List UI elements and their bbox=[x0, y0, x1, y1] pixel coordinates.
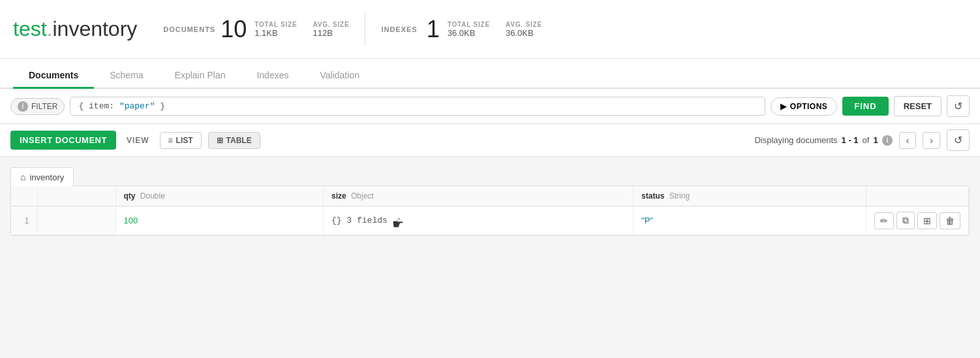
cursor-hand-icon: ☛ bbox=[392, 216, 404, 232]
actions-header bbox=[866, 186, 969, 206]
docs-total-size-label: TOTAL SIZE bbox=[254, 21, 297, 28]
idx-avg-size-label: AVG. SIZE bbox=[506, 21, 542, 28]
documents-label: DOCUMENTS bbox=[163, 25, 215, 33]
qty-cell: 100 bbox=[115, 206, 323, 235]
table-header-row: qty Double size Object status String bbox=[11, 186, 969, 206]
status-field-type: String bbox=[669, 191, 690, 201]
documents-count: 10 bbox=[221, 16, 247, 43]
options-button[interactable]: ▶ OPTIONS bbox=[771, 97, 837, 116]
tab-explain-plan[interactable]: Explain Plan bbox=[159, 62, 241, 89]
qty-field-name: qty bbox=[124, 191, 136, 201]
reset-button[interactable]: RESET bbox=[894, 96, 942, 116]
data-table-container: qty Double size Object status String bbox=[10, 186, 970, 236]
content-area: ⌂ inventory qty Double size Object bbox=[0, 157, 980, 246]
collection-name: inventory bbox=[52, 17, 137, 41]
status-field-name: status bbox=[641, 191, 664, 201]
insert-document-button[interactable]: INSERT DOCUMENT bbox=[10, 131, 116, 150]
docs-total-size: 1.1KB bbox=[254, 28, 277, 38]
list-label: LIST bbox=[176, 136, 193, 145]
displaying-text: Displaying documents bbox=[754, 135, 837, 145]
row-actions-cell: ✏ ⧉ ⊞ 🗑 bbox=[866, 206, 969, 235]
size-field-type: Object bbox=[351, 191, 374, 201]
row-empty-cell bbox=[37, 206, 115, 235]
idx-total-size-label: TOTAL SIZE bbox=[448, 21, 490, 28]
tab-validation[interactable]: Validation bbox=[304, 62, 375, 89]
collection-breadcrumb-tab[interactable]: ⌂ inventory bbox=[10, 167, 74, 186]
expand-area: ⤢ ☛ bbox=[393, 214, 401, 227]
tab-indexes[interactable]: Indexes bbox=[241, 62, 304, 89]
collection-title: test.inventory bbox=[13, 17, 137, 41]
of-label: of bbox=[863, 135, 870, 145]
size-column-header: size Object bbox=[323, 186, 633, 206]
empty-col-header bbox=[37, 186, 115, 206]
table-view-button[interactable]: ⊞ TABLE bbox=[208, 132, 260, 149]
filter-query-display[interactable]: { item: "paper" } bbox=[70, 97, 765, 116]
indexes-label: INDEXES bbox=[381, 25, 417, 33]
status-value: "P" bbox=[641, 216, 653, 225]
table-row: 1 100 {} 3 fields ⤢ ☛ bbox=[11, 206, 969, 235]
refresh-button[interactable]: ↺ bbox=[947, 95, 970, 117]
view-label: VIEW bbox=[127, 136, 149, 145]
documents-size-stats: TOTAL SIZE 1.1KB AVG. SIZE 112B bbox=[254, 21, 349, 38]
filter-button[interactable]: i FILTER bbox=[10, 98, 65, 115]
row-number: 1 bbox=[11, 206, 37, 235]
tab-schema[interactable]: Schema bbox=[94, 62, 159, 89]
indexes-count: 1 bbox=[427, 16, 440, 43]
indexes-stats: INDEXES 1 TOTAL SIZE 36.0KB AVG. SIZE 36… bbox=[381, 16, 542, 43]
collection-tab-label: inventory bbox=[29, 172, 64, 182]
total-count: 1 bbox=[873, 135, 878, 145]
tabs-bar: Documents Schema Explain Plan Indexes Va… bbox=[0, 59, 980, 89]
home-icon: ⌂ bbox=[20, 172, 25, 182]
find-button[interactable]: FIND bbox=[842, 97, 888, 116]
prev-page-button[interactable]: ‹ bbox=[899, 132, 917, 149]
chevron-left-icon: ‹ bbox=[906, 135, 910, 146]
filter-bar: i FILTER { item: "paper" } ▶ OPTIONS FIN… bbox=[0, 89, 980, 124]
clone-document-button[interactable]: ⊞ bbox=[917, 212, 937, 229]
idx-total-size: 36.0KB bbox=[448, 28, 476, 38]
size-cell: {} 3 fields ⤢ ☛ bbox=[323, 206, 633, 235]
pagination-info-icon[interactable]: i bbox=[882, 135, 893, 146]
delete-document-button[interactable]: 🗑 bbox=[940, 212, 960, 229]
qty-field-type: Double bbox=[140, 191, 165, 201]
refresh-icon-2: ↺ bbox=[954, 135, 962, 146]
data-table: qty Double size Object status String bbox=[11, 186, 969, 235]
docs-avg-size: 112B bbox=[313, 28, 332, 38]
table-icon: ⊞ bbox=[217, 136, 223, 145]
size-field-name: size bbox=[331, 191, 346, 201]
top-bar: test.inventory DOCUMENTS 10 TOTAL SIZE 1… bbox=[0, 0, 980, 59]
size-value: {} 3 fields bbox=[331, 216, 388, 225]
options-label: OPTIONS bbox=[790, 102, 828, 111]
status-cell: "P" bbox=[634, 206, 866, 235]
status-column-header: status String bbox=[634, 186, 866, 206]
qty-column-header: qty Double bbox=[115, 186, 323, 206]
toolbar: INSERT DOCUMENT VIEW ≡ LIST ⊞ TABLE Disp… bbox=[0, 124, 980, 157]
pagination-info: Displaying documents 1 - 1 of 1 i bbox=[754, 135, 892, 146]
row-num-header bbox=[11, 186, 37, 206]
filter-info-icon: i bbox=[18, 101, 28, 112]
stats-divider bbox=[365, 13, 365, 46]
page-range: 1 - 1 bbox=[842, 135, 859, 145]
edit-document-button[interactable]: ✏ bbox=[874, 212, 894, 229]
table-label: TABLE bbox=[226, 136, 252, 145]
list-icon: ≡ bbox=[168, 136, 173, 145]
row-actions: ✏ ⧉ ⊞ 🗑 bbox=[874, 212, 960, 229]
docs-avg-size-label: AVG. SIZE bbox=[313, 21, 349, 28]
refresh-icon: ↺ bbox=[954, 101, 962, 112]
chevron-right-icon: › bbox=[930, 135, 933, 146]
documents-stats: DOCUMENTS 10 TOTAL SIZE 1.1KB AVG. SIZE … bbox=[163, 16, 349, 43]
tab-documents[interactable]: Documents bbox=[13, 62, 94, 89]
options-arrow-icon: ▶ bbox=[780, 102, 787, 111]
next-page-button[interactable]: › bbox=[923, 132, 940, 149]
copy-document-button[interactable]: ⧉ bbox=[896, 212, 915, 229]
database-name: test bbox=[13, 17, 47, 41]
table-refresh-button[interactable]: ↺ bbox=[947, 129, 970, 151]
indexes-size-stats: TOTAL SIZE 36.0KB AVG. SIZE 36.0KB bbox=[448, 21, 542, 38]
list-view-button[interactable]: ≡ LIST bbox=[160, 132, 202, 149]
idx-avg-size: 36.0KB bbox=[506, 28, 534, 38]
filter-label: FILTER bbox=[31, 102, 57, 111]
qty-value: 100 bbox=[124, 216, 138, 225]
